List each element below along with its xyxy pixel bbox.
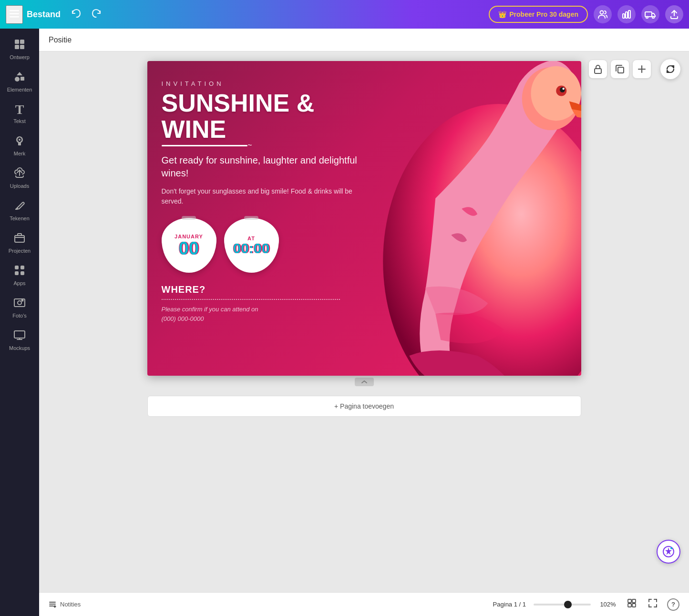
duplicate-button[interactable]: [611, 60, 629, 78]
svg-rect-12: [15, 45, 19, 49]
ontwerp-icon: [13, 38, 26, 52]
sidebar-item-tekst[interactable]: T Tekst: [2, 98, 37, 129]
svg-rect-16: [21, 77, 24, 81]
share-people-button[interactable]: [594, 5, 612, 23]
projecten-icon: [13, 232, 26, 246]
sidebar-item-projecten[interactable]: Projecten: [2, 227, 37, 258]
title-underline: [162, 145, 247, 146]
stats-button[interactable]: [617, 5, 636, 23]
svg-rect-24: [21, 271, 24, 275]
svg-point-38: [562, 88, 564, 90]
svg-rect-13: [20, 45, 24, 49]
svg-point-26: [18, 301, 21, 305]
canvas-toolbar: Positie: [39, 29, 689, 51]
design-canvas[interactable]: INVITATION SUNSHINE & WINE Get ready for…: [147, 61, 581, 376]
publish-button[interactable]: [665, 5, 683, 23]
bottom-bar: Notities Pagina 1 / 1 102%: [39, 592, 689, 616]
sidebar-item-apps[interactable]: Apps: [2, 259, 37, 291]
svg-rect-19: [18, 143, 21, 145]
tekst-icon: T: [15, 103, 24, 116]
redo-button[interactable]: [88, 6, 104, 23]
undo-button[interactable]: [68, 6, 84, 23]
scroll-up-button[interactable]: [355, 378, 374, 386]
fotos-icon: [13, 297, 26, 311]
time-badge[interactable]: AT 00:00: [224, 218, 279, 273]
float-toolbar: [589, 60, 651, 78]
add-page-button[interactable]: + Pagina toevoegen: [147, 396, 581, 417]
sidebar-item-label-merk: Merk: [14, 151, 25, 156]
sidebar-item-fotos[interactable]: Foto's: [2, 292, 37, 323]
notes-label: Notities: [60, 601, 81, 608]
sidebar-item-label-apps: Apps: [13, 280, 25, 286]
date-badge[interactable]: JANUARY 00: [162, 218, 216, 273]
crown-icon: 👑: [498, 10, 506, 18]
svg-rect-2: [10, 16, 19, 18]
svg-point-27: [22, 300, 23, 301]
content-area: Positie: [39, 29, 689, 616]
lock-button[interactable]: [589, 60, 607, 78]
help-label: ?: [671, 601, 675, 608]
fullscreen-button[interactable]: [646, 596, 659, 612]
confirm-text: Please confirm if you can attend on(000)…: [162, 305, 372, 323]
event-subtitle: Get ready for sunshine, laughter and del…: [162, 154, 372, 180]
zoom-slider-container: [534, 604, 591, 606]
magic-button[interactable]: [657, 540, 680, 564]
badges-row: JANUARY 00 AT 00:00: [162, 218, 372, 273]
sidebar-item-label-uploads: Uploads: [10, 183, 29, 189]
svg-rect-22: [21, 266, 24, 269]
zoom-slider[interactable]: [534, 604, 591, 606]
dotted-divider: [162, 299, 340, 300]
svg-rect-41: [628, 599, 631, 603]
sidebar-item-label-tekst: Tekst: [13, 118, 26, 124]
svg-point-37: [560, 87, 565, 92]
sidebar-item-tekenen[interactable]: Tekenen: [2, 195, 37, 226]
add-page-label: + Pagina toevoegen: [334, 402, 394, 410]
position-label: Positie: [49, 36, 72, 44]
svg-rect-5: [626, 12, 627, 18]
merk-icon: [13, 134, 26, 149]
svg-rect-0: [10, 10, 19, 11]
badge-time: 00:00: [233, 241, 270, 256]
sidebar-item-uploads[interactable]: Uploads: [2, 162, 37, 194]
sidebar-item-elementen[interactable]: Elementen: [2, 66, 37, 97]
ai-refresh-button[interactable]: [660, 59, 680, 79]
delivery-button[interactable]: [641, 5, 659, 23]
help-button[interactable]: ?: [667, 598, 679, 611]
grid-view-button[interactable]: [625, 596, 638, 612]
svg-point-9: [652, 17, 654, 19]
sidebar-item-mockups[interactable]: Mockups: [2, 324, 37, 356]
zoom-percent: 102%: [598, 601, 617, 608]
sidebar-item-label-mockups: Mockups: [9, 345, 30, 351]
zoom-slider-thumb[interactable]: [564, 601, 572, 608]
svg-rect-4: [623, 14, 625, 18]
sidebar: Ontwerp Elementen T Tekst: [0, 29, 39, 616]
svg-rect-42: [632, 599, 636, 603]
sidebar-item-label-fotos: Foto's: [12, 313, 27, 318]
sidebar-item-label-tekenen: Tekenen: [10, 216, 30, 221]
svg-point-18: [19, 139, 21, 141]
svg-rect-6: [628, 10, 630, 18]
apps-icon: [13, 264, 26, 278]
add-page-float-button[interactable]: [633, 60, 651, 78]
menu-button[interactable]: [6, 5, 23, 24]
header: Bestand 👑 Probeer Pro 30 dagen: [0, 0, 689, 29]
badge-day: 00: [179, 239, 199, 257]
tekenen-icon: [13, 199, 26, 214]
svg-point-35: [531, 66, 581, 121]
pro-button[interactable]: 👑 Probeer Pro 30 dagen: [489, 6, 588, 23]
svg-point-15: [15, 77, 20, 82]
svg-rect-21: [15, 266, 19, 269]
sidebar-item-merk[interactable]: Merk: [2, 130, 37, 161]
uploads-icon: [13, 167, 26, 181]
svg-point-3: [600, 11, 604, 14]
svg-rect-20: [15, 236, 24, 242]
file-menu[interactable]: Bestand: [27, 10, 61, 20]
where-label: WHERE?: [162, 284, 372, 295]
svg-rect-29: [595, 69, 601, 73]
canvas-scroll-area[interactable]: INVITATION SUNSHINE & WINE Get ready for…: [39, 51, 689, 592]
mockups-icon: [13, 329, 26, 343]
invitation-label: INVITATION: [162, 80, 372, 87]
notes-button[interactable]: Notities: [49, 600, 81, 609]
elementen-icon: [13, 71, 26, 85]
sidebar-item-ontwerp[interactable]: Ontwerp: [2, 33, 37, 65]
